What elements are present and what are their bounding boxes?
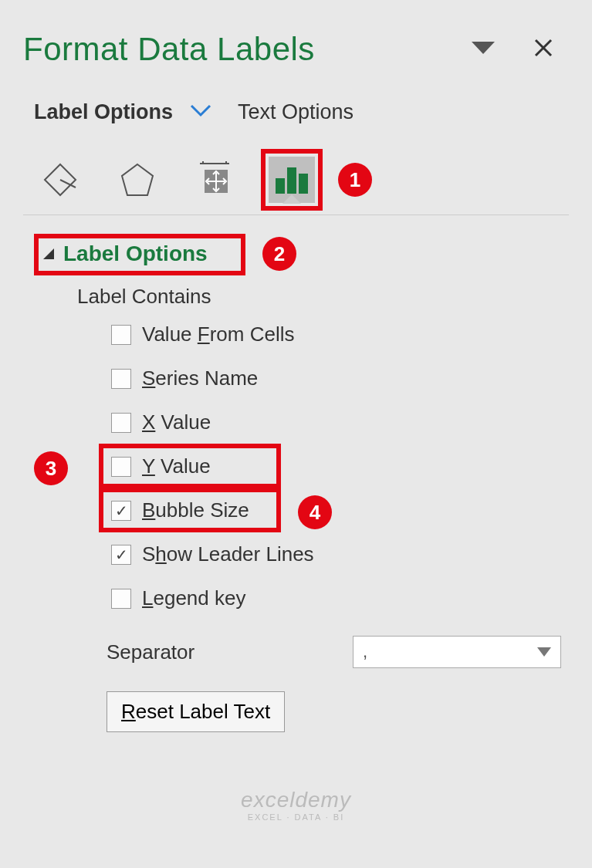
check-label: Series Name [142, 366, 258, 390]
separator-label: Separator [107, 640, 195, 664]
separator-value: , [363, 642, 367, 662]
label-options-icon[interactable] [269, 157, 315, 203]
svg-marker-4 [122, 164, 153, 195]
check-bubble-size[interactable]: ✓ Bubble Size [107, 492, 569, 529]
tabs-row: Label Options Text Options [23, 99, 569, 126]
svg-marker-15 [537, 647, 551, 657]
tab-text-options[interactable]: Text Options [235, 99, 357, 126]
separator-select[interactable]: , [353, 636, 561, 668]
fill-line-icon[interactable] [37, 157, 83, 203]
tab-label-options[interactable]: Label Options [31, 99, 176, 126]
check-label: Legend key [142, 586, 245, 610]
check-label: Value From Cells [142, 323, 294, 346]
panel-header: Format Data Labels [23, 31, 569, 68]
checkbox-icon[interactable] [111, 325, 131, 345]
label-contains-heading: Label Contains [77, 285, 569, 309]
badge-3: 3 [34, 451, 68, 485]
check-label: X Value [142, 410, 211, 434]
check-label: Show Leader Lines [142, 542, 314, 566]
close-icon[interactable] [533, 38, 553, 61]
badge-4: 4 [298, 495, 332, 529]
check-series-name[interactable]: Series Name [107, 360, 569, 397]
checkbox-icon[interactable] [111, 369, 131, 389]
check-show-leader-lines[interactable]: ✓ Show Leader Lines [107, 536, 569, 572]
checkbox-icon[interactable]: ✓ [111, 545, 131, 565]
watermark: exceldemy EXCEL · DATA · BI [241, 789, 351, 822]
icon-tabs: 1 [23, 149, 569, 215]
section-label-options[interactable]: Label Options [37, 238, 569, 269]
reset-label-text-button[interactable]: Reset Label Text [107, 691, 285, 732]
effects-icon[interactable] [114, 157, 161, 203]
size-properties-icon[interactable] [191, 157, 238, 203]
check-legend-key[interactable]: Legend key [107, 580, 569, 616]
check-x-value[interactable]: X Value [107, 404, 569, 441]
svg-marker-0 [472, 42, 495, 54]
check-value-from-cells[interactable]: Value From Cells [107, 316, 569, 353]
badge-2: 2 [262, 237, 296, 271]
dropdown-icon[interactable] [472, 42, 495, 57]
checkbox-icon[interactable] [111, 589, 131, 609]
separator-row: Separator , [107, 636, 561, 668]
checkbox-icon[interactable] [111, 413, 131, 433]
chevron-down-icon [537, 647, 551, 657]
panel-title: Format Data Labels [23, 31, 315, 68]
badge-1: 1 [338, 163, 372, 197]
check-y-value[interactable]: Y Value [107, 448, 569, 485]
chevron-down-icon[interactable] [190, 104, 211, 121]
